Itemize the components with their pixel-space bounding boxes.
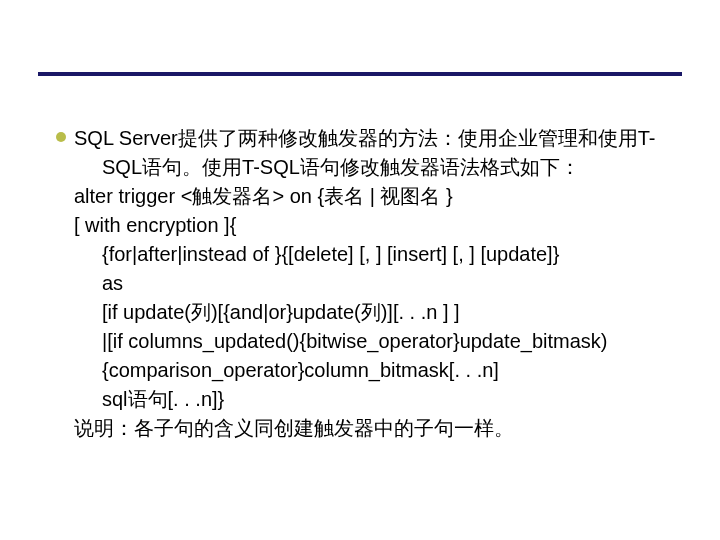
body-text: SQL Server提供了两种修改触发器的方法：使用企业管理和使用T- SQL语…: [74, 124, 660, 443]
line-if-columns: |[if columns_updated(){bitwise_operator}…: [74, 327, 660, 356]
slide: SQL Server提供了两种修改触发器的方法：使用企业管理和使用T- SQL语…: [0, 0, 720, 540]
horizontal-rule: [38, 72, 682, 76]
line-if-update: [if update(列)[{and|or}update(列)][. . .n …: [74, 298, 660, 327]
line-intro-2: SQL语句。使用T-SQL语句修改触发器语法格式如下：: [74, 153, 660, 182]
line-intro-1: SQL Server提供了两种修改触发器的方法：使用企业管理和使用T-: [74, 124, 660, 153]
line-for-after: {for|after|instead of }{[delete] [, ] [i…: [74, 240, 660, 269]
line-with-encryption: [ with encryption ]{: [74, 211, 660, 240]
line-sql: sql语句[. . .n]}: [74, 385, 660, 414]
line-comparison: {comparison_operator}column_bitmask[. . …: [74, 356, 660, 385]
line-note: 说明：各子句的含义同创建触发器中的子句一样。: [74, 414, 660, 443]
line-as: as: [74, 269, 660, 298]
bullet-dot: [56, 132, 66, 142]
line-alter: alter trigger <触发器名> on {表名 | 视图名 }: [74, 182, 660, 211]
